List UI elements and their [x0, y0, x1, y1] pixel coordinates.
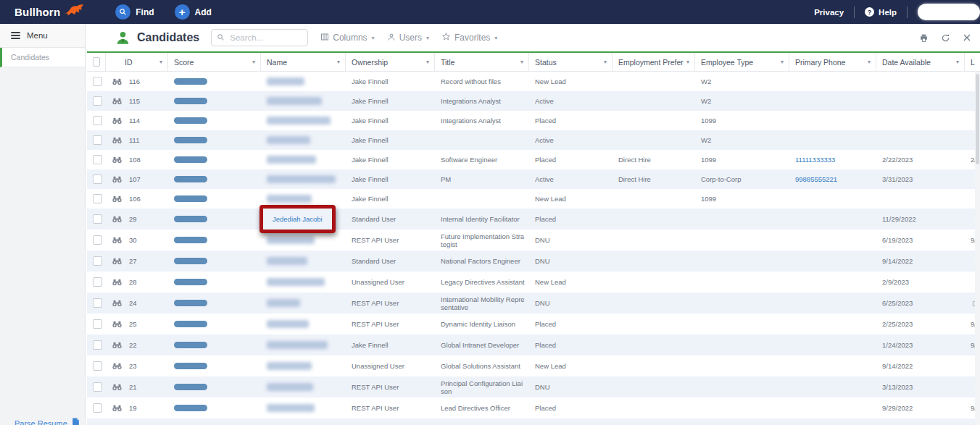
column-header-primary-phone[interactable]: Primary Phone▾ — [789, 53, 876, 71]
preview-binoculars-icon[interactable] — [112, 156, 122, 164]
redacted-name — [267, 97, 322, 105]
scrollbar-thumb[interactable] — [976, 74, 979, 164]
score-bar — [174, 405, 207, 411]
preview-binoculars-icon[interactable] — [112, 136, 122, 144]
status-cell: DNU — [529, 376, 612, 397]
table-row: 24REST API UserInternational Mobility Re… — [87, 293, 980, 314]
primary-phone-link[interactable]: 99885555221 — [795, 175, 837, 183]
score-bar — [174, 78, 207, 85]
add-button[interactable]: + Add — [175, 4, 212, 20]
row-checkbox[interactable] — [93, 298, 102, 308]
vertical-scrollbar[interactable] — [975, 72, 980, 425]
preview-binoculars-icon[interactable] — [112, 117, 122, 125]
ownership-cell: Jake Finnell — [346, 169, 435, 189]
row-checkbox[interactable] — [93, 256, 102, 266]
columns-dropdown[interactable]: Columns ▾ — [320, 33, 374, 43]
table-row: 116Jake FinnellRecord without filesNew L… — [87, 72, 980, 91]
candidate-id: 22 — [129, 341, 137, 349]
table-row: 106Jake FinnellNew Lead1099 — [87, 189, 980, 209]
date-available-cell: 6/25/2023 — [876, 293, 965, 314]
candidate-id: 19 — [129, 404, 137, 412]
row-checkbox[interactable] — [93, 361, 102, 371]
help-button[interactable]: ? Help — [865, 7, 897, 17]
preview-binoculars-icon[interactable] — [112, 320, 122, 328]
column-header-date-available[interactable]: Date Available▾ — [876, 53, 965, 71]
row-checkbox[interactable] — [93, 340, 102, 350]
divider — [854, 7, 855, 18]
preview-binoculars-icon[interactable] — [112, 299, 122, 307]
bullhorn-logo[interactable]: Bullhorn — [14, 4, 85, 20]
column-header-score[interactable]: Score▾ — [168, 53, 261, 71]
preview-binoculars-icon[interactable] — [112, 257, 122, 265]
chevron-down-icon: ▾ — [337, 59, 340, 65]
row-checkbox[interactable] — [93, 277, 102, 287]
privacy-link[interactable]: Privacy — [814, 8, 844, 17]
find-button[interactable]: Find — [115, 4, 154, 20]
favorites-dropdown[interactable]: Favorites ▾ — [441, 32, 497, 43]
candidate-id: 111 — [129, 136, 139, 144]
row-checkbox[interactable] — [93, 135, 102, 145]
row-checkbox[interactable] — [93, 155, 102, 164]
row-checkbox[interactable] — [93, 116, 102, 125]
column-header-status[interactable]: Status▾ — [529, 53, 612, 71]
preview-binoculars-icon[interactable] — [112, 97, 122, 105]
candidate-id: 108 — [129, 156, 141, 164]
row-checkbox[interactable] — [93, 319, 102, 329]
user-menu-redacted[interactable] — [918, 4, 980, 20]
close-icon[interactable] — [963, 33, 971, 42]
row-checkbox[interactable] — [93, 77, 102, 86]
ownership-cell: REST API User — [346, 397, 435, 418]
search-input[interactable] — [228, 33, 302, 43]
row-checkbox[interactable] — [93, 194, 102, 203]
users-dropdown[interactable]: Users ▾ — [387, 33, 429, 43]
chevron-down-icon: ▾ — [252, 59, 255, 65]
preview-binoculars-icon[interactable] — [112, 278, 122, 286]
column-header-employment-preference[interactable]: Employment Preference▾ — [612, 53, 695, 71]
column-header-id[interactable]: ID▾ — [106, 53, 168, 71]
menu-toggle[interactable]: Menu — [0, 24, 85, 48]
preview-binoculars-icon[interactable] — [112, 236, 122, 244]
employment-preference-cell — [612, 272, 695, 293]
row-checkbox[interactable] — [93, 96, 102, 106]
preview-binoculars-icon[interactable] — [112, 362, 122, 370]
plus-icon: + — [175, 4, 190, 20]
row-checkbox[interactable] — [93, 235, 102, 245]
table-row: 23Unassigned UserGlobal Solutions Assist… — [87, 355, 980, 376]
preview-binoculars-icon[interactable] — [112, 195, 122, 203]
title-cell: Global Solutions Assistant — [435, 355, 529, 376]
preview-binoculars-icon[interactable] — [112, 383, 122, 391]
print-button[interactable] — [919, 33, 929, 43]
column-header-last[interactable]: Last — [965, 53, 980, 71]
parse-resume-link[interactable]: Parse Resume — [14, 418, 80, 425]
column-header-ownership[interactable]: Ownership▾ — [346, 53, 435, 71]
column-header-title[interactable]: Title▾ — [435, 53, 529, 71]
refresh-button[interactable] — [941, 33, 950, 43]
preview-binoculars-icon[interactable] — [112, 77, 122, 85]
row-checkbox[interactable] — [93, 214, 102, 224]
candidate-name-link[interactable]: Jedediah Jacobi — [273, 215, 323, 223]
primary-phone-cell — [789, 111, 876, 130]
column-header-employee-type[interactable]: Employee Type▾ — [695, 53, 789, 71]
row-checkbox[interactable] — [93, 382, 102, 392]
select-all-checkbox[interactable] — [93, 57, 100, 67]
search-icon — [115, 4, 130, 20]
sidebar-item-candidates[interactable]: Candidates — [0, 48, 85, 67]
status-cell: New Lead — [529, 272, 612, 293]
chevron-down-icon: ▾ — [604, 59, 607, 65]
candidate-id: 114 — [129, 117, 140, 125]
row-checkbox[interactable] — [93, 403, 102, 413]
score-bar — [174, 216, 207, 222]
primary-phone-link[interactable]: 11111333333 — [795, 156, 835, 164]
redacted-name — [267, 299, 300, 307]
row-checkbox[interactable] — [93, 174, 102, 184]
preview-binoculars-icon[interactable] — [112, 215, 122, 223]
preview-binoculars-icon[interactable] — [112, 175, 122, 183]
chevron-down-icon: ▾ — [494, 35, 497, 41]
preview-binoculars-icon[interactable] — [112, 341, 122, 349]
preview-binoculars-icon[interactable] — [112, 404, 122, 412]
column-header-name[interactable]: Name▾ — [261, 53, 346, 71]
candidate-id: 27 — [129, 257, 137, 265]
primary-phone-cell — [789, 230, 876, 251]
employee-type-cell — [695, 209, 789, 230]
search-icon — [217, 31, 225, 44]
